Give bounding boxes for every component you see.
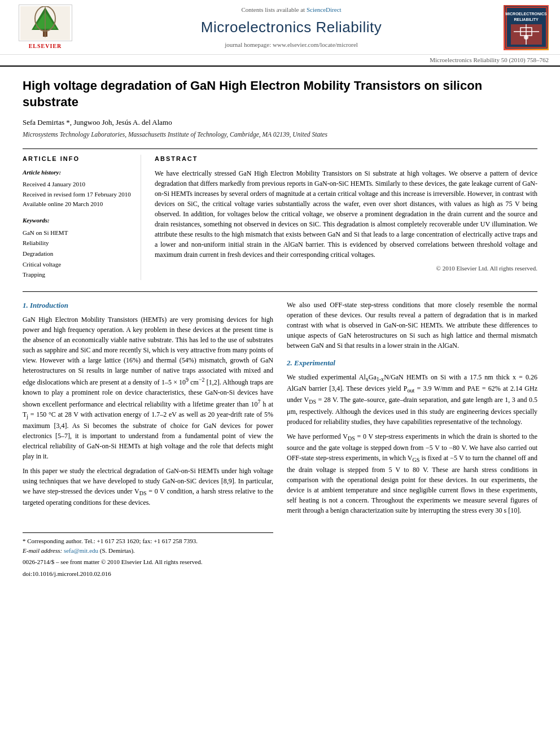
experimental-para-1: We studied experimental AlxGa1-xN/GaN HE… — [287, 372, 537, 427]
authors-text: Sefa Demirtas *, Jungwoo Joh, Jesús A. d… — [23, 118, 172, 126]
article-content: High voltage degradation of GaN High Ele… — [0, 67, 560, 589]
intro-para-2: In this paper we study the electrical de… — [23, 466, 273, 508]
journal-center: Contents lists available at ScienceDirec… — [79, 6, 504, 50]
journal-cover-image: MICROELECTRONICS RELIABILITY — [504, 5, 549, 50]
available-date: Available online 20 March 2010 — [23, 199, 132, 209]
body-columns: 1. Introduction GaN High Electron Mobili… — [23, 291, 537, 578]
abstract-label: ABSTRACT — [155, 155, 537, 164]
body-column-right: We also used OFF-state step-stress condi… — [287, 300, 537, 578]
doi-line: doi:10.1016/j.microrel.2010.02.016 — [23, 569, 273, 579]
article-history-title: Article history: — [23, 168, 132, 177]
article-authors: Sefa Demirtas *, Jungwoo Joh, Jesús A. d… — [23, 117, 537, 128]
email-address[interactable]: sefa@mit.edu — [64, 547, 98, 554]
svg-text:MICROELECTRONICS: MICROELECTRONICS — [505, 12, 547, 16]
article-history-block: Article history: Received 4 January 2010… — [23, 168, 132, 209]
article-title: High voltage degradation of GaN High Ele… — [23, 78, 537, 110]
section2-heading: 2. Experimental — [287, 357, 537, 369]
keywords-title: Keywords: — [23, 216, 132, 225]
section1-number: 1. — [23, 301, 28, 309]
section1-heading: 1. Introduction — [23, 300, 273, 311]
keyword-5: Trapping — [23, 269, 132, 280]
journal-header: ELSEVIER Contents lists available at Sci… — [0, 0, 560, 67]
svg-point-14 — [524, 35, 528, 40]
journal-reference-bar: Microelectronics Reliability 50 (2010) 7… — [0, 54, 560, 66]
keyword-2: Reliability — [23, 238, 132, 248]
abstract-text: We have electrically stressed GaN High E… — [155, 168, 537, 260]
article-info-abstract-row: ARTICLE INFO Article history: Received 4… — [23, 148, 537, 280]
issn-line: 0026-2714/$ – see front matter © 2010 El… — [23, 557, 273, 567]
article-info-label: ARTICLE INFO — [23, 155, 132, 164]
elsevier-logo: ELSEVIER — [11, 5, 79, 51]
received-date: Received 4 January 2010 — [23, 180, 132, 190]
body-column-left: 1. Introduction GaN High Electron Mobili… — [23, 300, 273, 578]
email-owner: (S. Demirtas). — [100, 547, 135, 554]
section2-title: Experimental — [294, 359, 335, 367]
contents-available-text: Contents lists available at — [241, 6, 305, 13]
experimental-para-2: We have performed VDS = 0 V step-stress … — [287, 431, 537, 516]
svg-text:RELIABILITY: RELIABILITY — [514, 18, 538, 21]
journal-ref-text: Microelectronics Reliability 50 (2010) 7… — [430, 56, 549, 63]
header-top: ELSEVIER Contents lists available at Sci… — [0, 5, 560, 54]
journal-title: Microelectronics Reliability — [90, 17, 492, 38]
section2-number: 2. — [287, 359, 292, 367]
section1-title: Introduction — [30, 301, 68, 309]
article-info-column: ARTICLE INFO Article history: Received 4… — [23, 155, 141, 280]
elsevier-brand-text: ELSEVIER — [29, 42, 62, 51]
intro-right-para-1: We also used OFF-state step-stress condi… — [287, 300, 537, 351]
sciencedirect-link[interactable]: ScienceDirect — [307, 6, 342, 13]
intro-para-1: GaN High Electron Mobility Transistors (… — [23, 314, 273, 461]
email-note: E-mail address: sefa@mit.edu (S. Demirta… — [23, 546, 273, 556]
keyword-4: Critical voltage — [23, 259, 132, 270]
keyword-3: Degradation — [23, 248, 132, 259]
revised-date: Received in revised form 17 February 201… — [23, 190, 132, 200]
footnote-bar: * Corresponding author. Tel.: +1 617 253… — [23, 532, 273, 555]
elsevier-logo-image — [19, 5, 72, 41]
abstract-column: ABSTRACT We have electrically stressed G… — [155, 155, 537, 280]
email-label: E-mail address: — [23, 547, 62, 554]
corresponding-author-note: * Corresponding author. Tel.: +1 617 253… — [23, 536, 273, 546]
keyword-1: GaN on Si HEMT — [23, 228, 132, 238]
sciencedirect-line: Contents lists available at ScienceDirec… — [90, 6, 492, 15]
keywords-block: Keywords: GaN on Si HEMT Reliability Deg… — [23, 216, 132, 280]
journal-homepage: journal homepage: www.elsevier.com/locat… — [90, 41, 492, 50]
article-affiliation: Microsystems Technology Laboratories, Ma… — [23, 130, 537, 139]
copyright-line: © 2010 Elsevier Ltd. All rights reserved… — [155, 264, 537, 273]
